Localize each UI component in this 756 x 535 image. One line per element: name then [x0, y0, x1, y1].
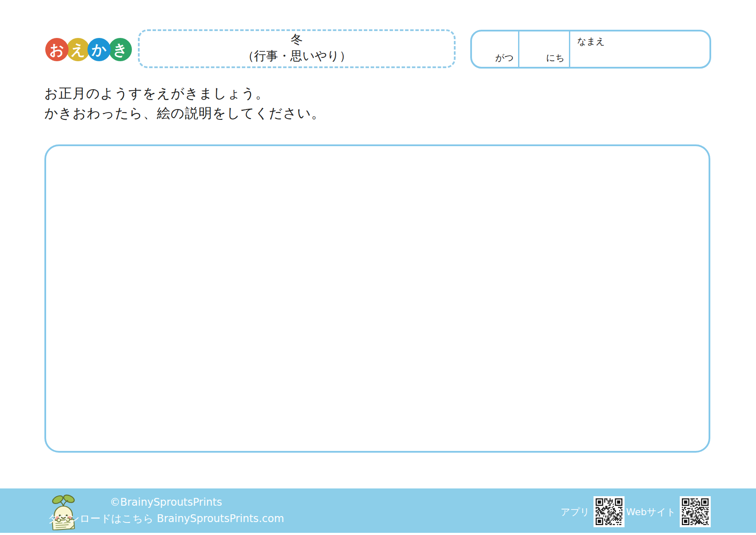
footer-credits: ©BrainySproutsPrints ダウンロードはこちら BrainySp…: [82, 488, 250, 533]
web-qr-label: Webサイト: [624, 506, 676, 519]
day-label: にち: [546, 52, 565, 64]
instruction-line-1: お正月のようすをえがきましょう。: [44, 83, 325, 103]
logo-letter: お: [50, 42, 65, 57]
logo-letter: か: [92, 42, 107, 57]
month-field[interactable]: がつ: [472, 31, 519, 67]
logo-letter: き: [113, 42, 128, 57]
qr-code-app-icon: [594, 496, 625, 527]
instructions: お正月のようすをえがきましょう。 かきおわったら、絵の説明をしてください。: [44, 83, 325, 123]
app-qr-label: アプリ: [551, 506, 590, 519]
worksheet-page: お え か き 冬 （行事・思いやり） がつ にち なまえ お正月のようすをえが…: [0, 0, 756, 535]
logo-circle-e-icon: え: [66, 38, 90, 61]
name-label: なまえ: [577, 35, 605, 47]
month-label: がつ: [495, 52, 514, 64]
page-title: 冬: [291, 31, 303, 48]
qr-code-website-icon: [680, 496, 711, 527]
title-box: 冬 （行事・思いやり）: [138, 29, 456, 68]
page-subtitle: （行事・思いやり）: [242, 48, 352, 64]
instruction-line-2: かきおわったら、絵の説明をしてください。: [44, 103, 325, 123]
footer: ©BrainySproutsPrints ダウンロードはこちら BrainySp…: [0, 488, 756, 533]
oekaki-logo: お え か き: [45, 38, 130, 61]
name-field[interactable]: なまえ: [570, 31, 709, 67]
download-link-text: ダウンロードはこちら BrainySproutsPrints.com: [48, 512, 284, 526]
drawing-area[interactable]: [44, 144, 710, 453]
logo-letter: え: [71, 42, 86, 57]
copyright-text: ©BrainySproutsPrints: [110, 496, 222, 508]
logo-circle-ki-icon: き: [109, 38, 132, 61]
logo-circle-o-icon: お: [45, 38, 69, 61]
logo-circle-ka-icon: か: [87, 38, 111, 61]
day-field[interactable]: にち: [519, 31, 570, 67]
name-date-box: がつ にち なまえ: [470, 30, 711, 69]
